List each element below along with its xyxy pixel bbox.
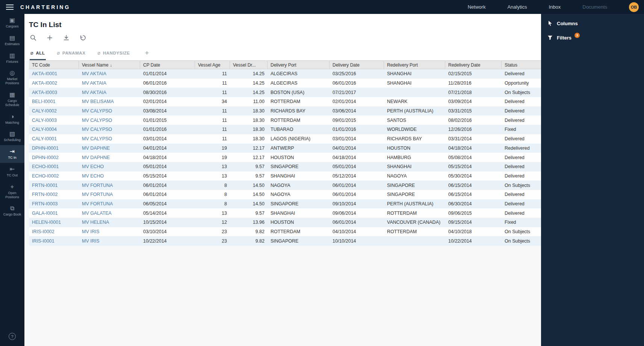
column-header-tc-code[interactable]: TC Code xyxy=(29,61,79,69)
help-button[interactable]: ? xyxy=(9,333,16,340)
sidebar-item-cargoes[interactable]: ▣Cargoes xyxy=(0,14,24,32)
cell-cp-date: 03/10/2014 xyxy=(140,227,195,237)
add-view-button[interactable]: + xyxy=(141,49,153,60)
cell-tc-code[interactable]: ECHO-I0002 xyxy=(29,171,79,181)
sidebar-item-cargo-schedule[interactable]: ▦Cargo Schedule xyxy=(0,88,24,110)
cell-tc-code[interactable]: AKTA-I0002 xyxy=(29,79,79,88)
column-header-delivery-port[interactable]: Delivery Port xyxy=(268,61,330,69)
cell-vessel-name[interactable]: MV ECHO xyxy=(79,171,140,181)
column-header-vessel-age[interactable]: Vessel Age xyxy=(195,61,230,69)
table-row[interactable]: AKTA-I0001MV AKTAIA01/01/20141114.25ALGE… xyxy=(29,69,541,79)
cell-vessel-dr: 18.30 xyxy=(230,134,268,144)
cell-vessel-name[interactable]: MV DAPHNE xyxy=(79,144,140,153)
table-row[interactable]: CALY-I0004MV CALYPSO01/01/20161118.30TUB… xyxy=(29,125,541,134)
table-row[interactable]: GALA-I0001MV GALATEA05/14/2014139.57SHAN… xyxy=(29,208,541,218)
cell-vessel-name[interactable]: MV AKTAIA xyxy=(79,69,140,79)
column-header-cp-date[interactable]: CP Date xyxy=(140,61,195,69)
sidebar-item-estimates[interactable]: ▤Estimates xyxy=(0,32,24,49)
sidebar-item-open-positions[interactable]: ⌖Open Positions xyxy=(0,181,24,202)
cell-vessel-name[interactable]: MV GALATEA xyxy=(79,208,140,218)
sidebar-item-fixtures[interactable]: ▥Fixtures xyxy=(0,49,24,67)
cell-vessel-age: 11 xyxy=(195,106,230,116)
cell-redelivery-port: SHANGHAI xyxy=(384,69,445,79)
cell-tc-code[interactable]: FRTN-I0003 xyxy=(29,199,79,209)
sidebar-item-cargo-book[interactable]: ⧉Cargo Book xyxy=(0,202,24,220)
cell-tc-code[interactable]: BELI-I0001 xyxy=(29,97,79,106)
search-icon[interactable] xyxy=(30,34,37,41)
nav-inbox[interactable]: Inbox xyxy=(549,4,561,10)
sidebar-item-tc-in[interactable]: ⇥TC In xyxy=(0,145,24,163)
table-row[interactable]: DPHN-I0001MV DAPHNE04/01/20141912.17ANTW… xyxy=(29,144,541,153)
table-row[interactable]: AKTA-I0002MV AKTAIA06/01/20161114.25ALGE… xyxy=(29,79,541,88)
column-header-vessel-dr[interactable]: Vessel Dr... xyxy=(230,61,268,69)
nav-analytics[interactable]: Analytics xyxy=(507,4,527,10)
table-row[interactable]: DPHN-I0002MV DAPHNE04/18/20141912.17HOUS… xyxy=(29,153,541,162)
cell-tc-code[interactable]: ECHO-I0001 xyxy=(29,162,79,171)
table-row[interactable]: BELI-I0001MV BELISAMA02/01/20143411.00RO… xyxy=(29,97,541,106)
cell-vessel-name[interactable]: MV CALYPSO xyxy=(79,115,140,125)
add-icon[interactable] xyxy=(46,34,53,41)
tab-label: HANDYSIZE xyxy=(103,51,130,55)
filters-button[interactable]: Filters 3 xyxy=(541,30,644,45)
column-header-redelivery-port[interactable]: Redelivery Port xyxy=(384,61,445,69)
cell-tc-code[interactable]: IRIS-I0001 xyxy=(29,236,79,246)
cell-tc-code[interactable]: AKTA-I0001 xyxy=(29,69,79,79)
cell-vessel-name[interactable]: MV CALYPSO xyxy=(79,106,140,116)
table-row[interactable]: HELEN-I0001MV HELENA10/15/20141213.96HOU… xyxy=(29,218,541,227)
table-row[interactable]: FRTN-I0002MV FORTUNA06/01/2014814.50NAGO… xyxy=(29,190,541,199)
cell-tc-code[interactable]: HELEN-I0001 xyxy=(29,218,79,227)
table-row[interactable]: CALY-I0001MV CALYPSO03/01/20141118.30LAG… xyxy=(29,134,541,144)
column-header-status[interactable]: Status xyxy=(502,61,541,69)
table-row[interactable]: ECHO-I0002MV ECHO05/15/2014139.57SHANGHA… xyxy=(29,171,541,181)
columns-button[interactable]: Columns xyxy=(541,16,644,30)
tab-panamax[interactable]: ⌀PANAMAX xyxy=(56,47,86,60)
sidebar-item-market-positions[interactable]: ◎Market Positions xyxy=(0,67,24,88)
cell-tc-code[interactable]: DPHN-I0002 xyxy=(29,153,79,162)
tab-all[interactable]: ⌀ALL xyxy=(30,47,46,60)
table-row[interactable]: FRTN-I0003MV FORTUNA06/05/2014814.50SING… xyxy=(29,199,541,209)
sidebar-item-tc-out[interactable]: ⇤TC Out xyxy=(0,163,24,181)
column-header-vessel-name[interactable]: Vessel Name↓ xyxy=(79,61,140,69)
cell-vessel-name[interactable]: MV BELISAMA xyxy=(79,97,140,106)
cell-tc-code[interactable]: FRTN-I0001 xyxy=(29,181,79,190)
cell-tc-code[interactable]: CALY-I0003 xyxy=(29,115,79,125)
cell-tc-code[interactable]: CALY-I0002 xyxy=(29,106,79,116)
table-row[interactable]: IRIS-I0001MV IRIS10/22/2014239.82SINGAPO… xyxy=(29,236,541,246)
cell-tc-code[interactable]: CALY-I0001 xyxy=(29,134,79,144)
menu-icon[interactable] xyxy=(5,3,14,11)
cell-tc-code[interactable]: GALA-I0001 xyxy=(29,208,79,218)
download-icon[interactable] xyxy=(63,34,70,41)
tab-handysize[interactable]: ⌀HANDYSIZE xyxy=(97,47,131,60)
cell-vessel-name[interactable]: MV FORTUNA xyxy=(79,181,140,190)
table-row[interactable]: FRTN-I0001MV FORTUNA06/01/2014814.50NAGO… xyxy=(29,181,541,190)
cell-tc-code[interactable]: DPHN-I0001 xyxy=(29,144,79,153)
table-row[interactable]: ECHO-I0001MV ECHO05/01/2014139.57SINGAPO… xyxy=(29,162,541,171)
cell-vessel-name[interactable]: MV ECHO xyxy=(79,162,140,171)
column-header-delivery-date[interactable]: Delivery Date xyxy=(330,61,384,69)
cell-tc-code[interactable]: CALY-I0004 xyxy=(29,125,79,134)
cell-tc-code[interactable]: IRIS-I0002 xyxy=(29,227,79,237)
cell-vessel-name[interactable]: MV HELENA xyxy=(79,218,140,227)
cell-vessel-name[interactable]: MV IRIS xyxy=(79,227,140,237)
cell-vessel-name[interactable]: MV IRIS xyxy=(79,236,140,246)
sidebar-item-matching[interactable]: ◑Matching xyxy=(0,110,24,128)
cell-vessel-name[interactable]: MV AKTAIA xyxy=(79,88,140,97)
cell-vessel-name[interactable]: MV FORTUNA xyxy=(79,199,140,209)
cell-vessel-name[interactable]: MV DAPHNE xyxy=(79,153,140,162)
cell-vessel-name[interactable]: MV CALYPSO xyxy=(79,125,140,134)
cell-tc-code[interactable]: AKTA-I0003 xyxy=(29,88,79,97)
cell-tc-code[interactable]: FRTN-I0002 xyxy=(29,190,79,199)
table-row[interactable]: CALY-I0003MV CALYPSO01/01/20151118.30ROT… xyxy=(29,115,541,125)
sidebar-item-scheduling[interactable]: ▧Scheduling xyxy=(0,127,24,145)
column-header-redelivery-date[interactable]: Redelivery Date xyxy=(445,61,502,69)
cell-vessel-name[interactable]: MV AKTAIA xyxy=(79,79,140,88)
table-row[interactable]: CALY-I0002MV CALYPSO03/08/20141118.30RIC… xyxy=(29,106,541,116)
table-row[interactable]: IRIS-I0002MV IRIS03/10/2014239.82ROTTERD… xyxy=(29,227,541,237)
avatar[interactable]: OB xyxy=(629,2,639,12)
reset-icon[interactable] xyxy=(79,34,86,41)
cell-cp-date: 04/01/2014 xyxy=(140,144,195,153)
cell-vessel-name[interactable]: MV CALYPSO xyxy=(79,134,140,144)
nav-network[interactable]: Network xyxy=(468,4,486,10)
cell-vessel-name[interactable]: MV FORTUNA xyxy=(79,190,140,199)
table-row[interactable]: AKTA-I0003MV AKTAIA08/30/20161114.25BOST… xyxy=(29,88,541,97)
